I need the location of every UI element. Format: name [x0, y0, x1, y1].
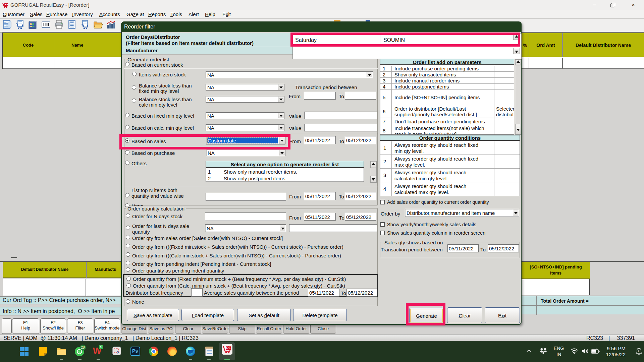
svg-text:RE: RE [226, 346, 231, 350]
svg-text:z: z [638, 349, 639, 352]
svg-text:RE: RE [5, 3, 8, 6]
